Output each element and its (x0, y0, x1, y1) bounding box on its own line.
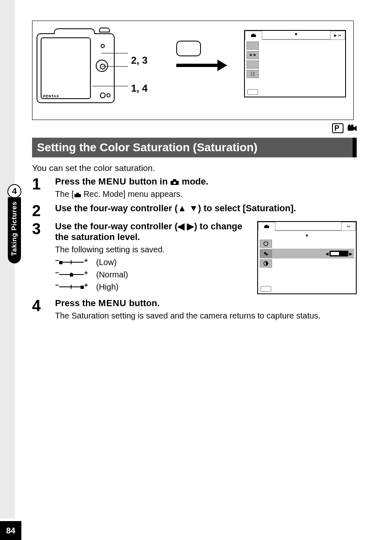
tab-setup: ▶ ✂ (330, 31, 345, 39)
down-arrow-icon: ▼ (294, 32, 298, 37)
illustration-panel: PENTAX 2, 3 1, 4 (32, 21, 354, 120)
svg-point-8 (173, 182, 176, 184)
menu-item-sharpness (260, 239, 354, 249)
camera-icon (74, 192, 81, 198)
page-content: PENTAX 2, 3 1, 4 (32, 21, 357, 321)
chapter-number: 4 (7, 184, 21, 198)
menu-item-icon (247, 60, 259, 69)
program-mode-icon: P (332, 123, 344, 133)
svg-point-5 (351, 125, 353, 127)
text: mode. (179, 176, 208, 187)
svg-point-13 (264, 242, 268, 246)
menu-item-icon: ★★ (247, 51, 259, 59)
leader-line (101, 66, 128, 67)
step-title: Use the four-way controller (▲ ▼) to sel… (55, 203, 357, 214)
chapter-label: Taking Pictures (10, 201, 18, 256)
step-subtext: The [ Rec. Mode] menu appears. (55, 189, 357, 199)
lcd-screen-after: ✂ ▲ (257, 221, 357, 294)
chapter-tab: 4 Taking Pictures (7, 184, 23, 263)
saturation-icon (260, 249, 272, 258)
movie-mode-icon (348, 123, 357, 133)
leader-line (92, 86, 128, 86)
text: button. (127, 298, 160, 308)
tab-rec-mode (245, 31, 262, 40)
up-scroll-icon: ▲ (305, 233, 309, 237)
step-subtext: The Saturation setting is saved and the … (55, 311, 343, 321)
tab-rec-mode (258, 222, 275, 231)
text: Use the four-way controller ( (55, 221, 178, 231)
text: The [ (55, 189, 74, 198)
sharpness-icon (260, 240, 272, 248)
tools-icon: ✂ (338, 33, 341, 38)
left-arrow-icon: ◀ (325, 252, 329, 256)
svg-rect-7 (173, 179, 176, 181)
up-arrow-icon: ▲ (178, 203, 187, 213)
menu-item-saturation-selected: ◀ ▶ (260, 249, 354, 258)
svg-rect-2 (348, 126, 354, 131)
menu-list: ★★ [ ] (245, 40, 345, 78)
text: Press the (55, 176, 98, 187)
svg-rect-12 (265, 225, 267, 226)
svg-point-15 (266, 254, 268, 256)
camera-illustration: PENTAX (37, 33, 115, 103)
text: Rec. Mode] menu appears. (81, 189, 183, 198)
text: ) to select [Saturation]. (198, 203, 296, 213)
right-arrow-icon: ▶ (349, 252, 353, 256)
level-label: (Low) (96, 258, 117, 267)
step-title: Press the MENU button. (55, 298, 357, 309)
svg-rect-9 (74, 194, 81, 197)
camera-brand: PENTAX (43, 94, 59, 98)
step-number: 4 (32, 298, 55, 321)
leader-line (101, 53, 128, 53)
svg-rect-10 (76, 193, 79, 194)
step-4: 4 Press the MENU button. The Saturation … (32, 298, 357, 321)
svg-point-14 (264, 252, 266, 254)
callout-top: 2, 3 (131, 55, 148, 66)
tab-arrow-icon: ▶ (334, 33, 337, 37)
intro-text: You can set the color saturation. (32, 163, 357, 173)
svg-point-4 (348, 125, 350, 127)
left-arrow-icon: ◀ (178, 221, 184, 231)
camera-icon (251, 33, 256, 37)
saturation-value-control: ◀ ▶ (325, 251, 353, 256)
callout-bottom: 1, 4 (131, 83, 148, 94)
text: button in (127, 176, 170, 187)
level-label: (Normal) (96, 270, 128, 279)
menu-indicator-icon (247, 89, 258, 95)
step-number: 1 (32, 176, 55, 199)
level-indicator (330, 251, 348, 256)
steps-list: 1 Press the MENU button in mode. The [ R… (32, 176, 357, 321)
menu-word: MENU (98, 298, 127, 308)
step-3: 3 Use the four-way controller (◀ ▶) to c… (32, 221, 357, 293)
right-arrow-icon: ▶ (187, 221, 194, 231)
text: Use the four-way controller ( (55, 203, 178, 213)
svg-marker-3 (354, 126, 357, 131)
menu-item-icon (247, 42, 259, 50)
section-title: Setting the Color Saturation (Saturation… (32, 138, 357, 157)
manual-page: 4 Taking Pictures PENTAX (0, 0, 392, 540)
level-label: (High) (96, 282, 118, 292)
tab-setup: ✂ (341, 222, 356, 231)
chapter-label-bar: Taking Pictures (8, 197, 21, 263)
camera-icon (264, 224, 270, 228)
svg-rect-1 (252, 34, 254, 35)
text: Press the (55, 298, 98, 308)
applicable-modes: P (32, 122, 357, 134)
menu-item-contrast (260, 258, 354, 268)
step-2: 2 Use the four-way controller (▲ ▼) to s… (32, 203, 357, 219)
step-title: Press the MENU button in mode. (55, 176, 357, 187)
step-number: 2 (32, 203, 55, 219)
menu-button-icon (176, 41, 201, 56)
page-number: 84 (0, 521, 21, 540)
down-arrow-icon: ▼ (189, 203, 198, 213)
lcd-screen-before: ▼ ▶ ✂ ★★ [ ] (244, 30, 346, 97)
menu-indicator-icon (261, 286, 271, 292)
step-title: Use the four-way controller (◀ ▶) to cha… (55, 221, 252, 242)
tools-icon: ✂ (347, 224, 350, 229)
step-1: 1 Press the MENU button in mode. The [ R… (32, 176, 357, 199)
menu-item-icon: [ ] (247, 70, 259, 78)
contrast-icon (260, 259, 272, 268)
menu-word: MENU (98, 176, 127, 187)
arrow-right-icon (176, 64, 217, 67)
camera-icon (170, 179, 179, 185)
